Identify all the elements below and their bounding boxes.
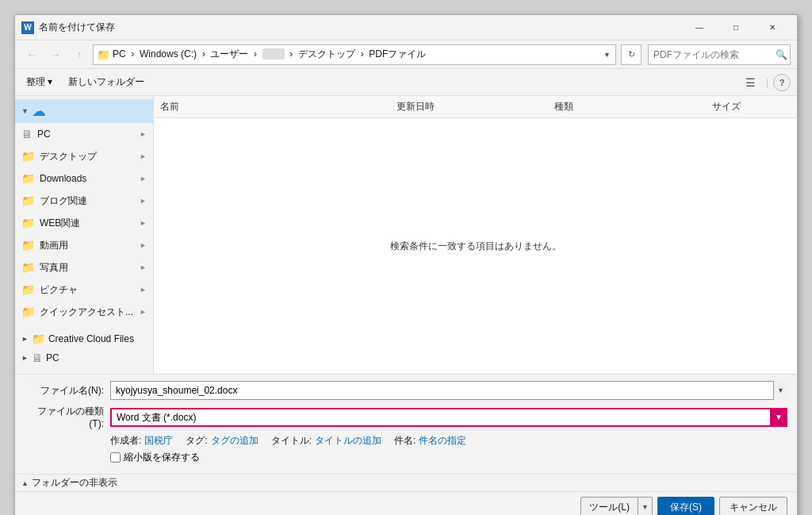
web-arrow-icon: ► (140, 219, 147, 227)
filetype-label: ファイルの種類(T): (25, 405, 104, 429)
new-folder-label: 新しいフォルダー (68, 75, 144, 89)
column-name[interactable]: 名前 (160, 100, 396, 113)
thumbnail-checkbox[interactable] (110, 452, 121, 463)
filetype-select[interactable]: Word 文書 (*.docx) Word 97-2003 文書 (*.doc)… (110, 408, 787, 427)
dialog-overlay: W 名前を付けて保存 — □ ✕ ← → ↑ 📁 PC › Windows (C… (0, 0, 812, 515)
help-button[interactable]: ? (773, 74, 791, 91)
pc-section-header[interactable]: ► 🖥 PC (15, 348, 153, 367)
sidebar-item-blog[interactable]: 📁 ブログ関連 ► (15, 190, 153, 212)
folder-toggle-label: フォルダーの非表示 (32, 476, 117, 490)
title-value[interactable]: タイトルの追加 (315, 434, 381, 448)
window-controls: — □ ✕ (681, 15, 791, 40)
pc-section-icon: 🖥 (32, 352, 43, 364)
cancel-button[interactable]: キャンセル (719, 497, 787, 515)
blog-arrow-icon: ► (140, 197, 147, 205)
dialog-title: 名前を付けて保存 (39, 21, 115, 34)
search-input[interactable] (653, 49, 772, 60)
photo-folder-icon: 📁 (21, 261, 35, 274)
pictures-arrow-icon: ► (140, 286, 147, 294)
sidebar-label-photo: 写真用 (40, 261, 135, 275)
toolbar-right: ☰ | ? (741, 72, 791, 93)
view-divider: | (766, 77, 768, 88)
desktop-folder-icon: 📁 (21, 150, 35, 163)
cloud-section-header[interactable]: ▼ ☁ (15, 99, 153, 123)
author-label: 作成者: (110, 434, 141, 448)
cloud-icon: ☁ (32, 102, 46, 120)
tools-arrow-icon: ▼ (642, 503, 649, 511)
tag-label: タグ: (186, 434, 207, 448)
pc-arrow-icon: ► (140, 130, 147, 138)
cloud-chevron-icon: ▼ (21, 107, 29, 115)
right-panel: 名前 更新日時 種類 サイズ 検索条件に一致する項目はありません。 (154, 96, 797, 374)
pc-section-label: PC (46, 352, 59, 363)
sidebar-label-downloads: Downloads (40, 173, 135, 184)
photo-arrow-icon: ► (140, 263, 147, 271)
navigation-bar: ← → ↑ 📁 PC › Windows (C:) › ユーザー › › デスク… (15, 40, 797, 69)
address-folder-icon: 📁 (97, 48, 110, 61)
title-bar: W 名前を付けて保存 — □ ✕ (15, 15, 797, 40)
save-dialog: W 名前を付けて保存 — □ ✕ ← → ↑ 📁 PC › Windows (C… (14, 14, 798, 515)
tag-value[interactable]: タグの追加 (211, 434, 259, 448)
video-arrow-icon: ► (140, 241, 147, 249)
file-list-header: 名前 更新日時 種類 サイズ (154, 96, 797, 118)
address-path: PC › Windows (C:) › ユーザー › › デスクトップ › PD… (113, 48, 599, 61)
column-type[interactable]: 種類 (554, 100, 712, 113)
up-button[interactable]: ↑ (69, 44, 90, 65)
minimize-button[interactable]: — (681, 15, 718, 40)
downloads-folder-icon: 📁 (21, 172, 35, 185)
new-folder-button[interactable]: 新しいフォルダー (63, 72, 149, 93)
address-dropdown-icon: ▼ (602, 51, 612, 59)
author-item: 作成者: 国税庁 (110, 434, 173, 448)
pictures-folder-icon: 📁 (21, 283, 35, 296)
search-box[interactable]: 🔍 (648, 44, 791, 65)
organize-button[interactable]: 整理 ▾ (21, 72, 57, 93)
file-list-content: 検索条件に一致する項目はありません。 (154, 118, 797, 374)
close-button[interactable]: ✕ (754, 15, 791, 40)
filetype-row: ファイルの種類(T): Word 文書 (*.docx) Word 97-200… (25, 405, 787, 429)
pc-section-chevron-icon: ► (21, 354, 29, 362)
blog-folder-icon: 📁 (21, 194, 35, 207)
thumbnail-row: 縮小版を保存する (25, 451, 787, 464)
creative-cloud-chevron-icon: ► (21, 335, 29, 343)
back-button[interactable]: ← (21, 44, 42, 65)
sidebar-item-web[interactable]: 📁 WEB関連 ► (15, 212, 153, 234)
quickaccess-arrow-icon: ► (140, 308, 147, 316)
tools-main-button[interactable]: ツール(L) (580, 497, 638, 515)
sidebar-item-video[interactable]: 📁 動画用 ► (15, 234, 153, 256)
creative-cloud-label: Creative Cloud Files (48, 333, 134, 344)
maximize-button[interactable]: □ (718, 15, 754, 40)
filename-label: ファイル名(N): (25, 384, 104, 398)
column-size[interactable]: サイズ (712, 100, 791, 113)
sidebar-item-pictures[interactable]: 📁 ピクチャ ► (15, 279, 153, 301)
refresh-button[interactable]: ↻ (621, 44, 642, 65)
column-date[interactable]: 更新日時 (396, 100, 554, 113)
address-bar[interactable]: 📁 PC › Windows (C:) › ユーザー › › デスクトップ › … (93, 44, 616, 65)
subject-value[interactable]: 件名の指定 (419, 434, 466, 448)
filename-input[interactable] (110, 381, 787, 400)
sidebar-item-pc[interactable]: 🖥 PC ► (15, 123, 153, 145)
filename-row: ファイル名(N): ▼ (25, 381, 787, 400)
forward-button[interactable]: → (45, 44, 66, 65)
tools-arrow-button[interactable]: ▼ (638, 497, 653, 515)
sidebar-item-desktop[interactable]: 📁 デスクトップ ► (15, 145, 153, 167)
toolbar-bar: 整理 ▾ 新しいフォルダー ☰ | ? (15, 69, 797, 96)
save-button[interactable]: 保存(S) (657, 497, 714, 515)
sidebar-item-downloads[interactable]: 📁 Downloads ► (15, 167, 153, 190)
downloads-arrow-icon: ► (140, 175, 147, 183)
toolbar-left: 整理 ▾ 新しいフォルダー (21, 72, 149, 93)
creative-cloud-folder-icon: 📁 (32, 332, 45, 345)
view-options-button[interactable]: ☰ (741, 72, 761, 93)
sidebar-item-quickaccess[interactable]: 📁 クイックアクセスト... ► (15, 301, 153, 323)
author-value[interactable]: 国税庁 (144, 434, 173, 448)
left-panel: ▼ ☁ 🖥 PC ► 📁 デスクトップ ► 📁 Downlo (15, 96, 154, 374)
title-bar-left: W 名前を付けて保存 (21, 21, 115, 34)
sidebar-item-photo[interactable]: 📁 写真用 ► (15, 256, 153, 279)
sidebar-label-blog: ブログ関連 (40, 194, 135, 208)
search-icon: 🔍 (776, 49, 787, 60)
creative-cloud-section[interactable]: ► 📁 Creative Cloud Files (15, 329, 153, 348)
folder-toggle-row[interactable]: ▲ フォルダーの非表示 (15, 474, 797, 491)
desktop-arrow-icon: ► (140, 152, 147, 160)
save-label: 保存(S) (670, 501, 702, 514)
dialog-icon: W (21, 21, 34, 34)
pc-icon: 🖥 (21, 128, 33, 140)
